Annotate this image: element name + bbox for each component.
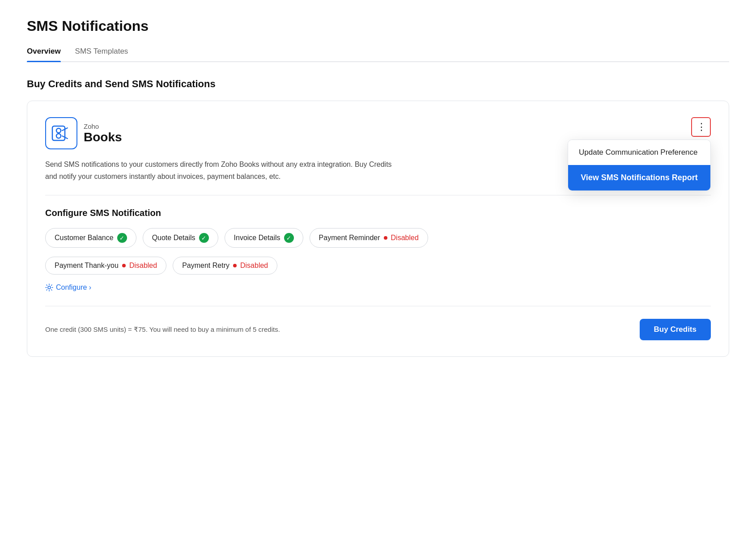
badge-customer-balance-label: Customer Balance [55, 234, 114, 242]
dropdown-menu: Update Communication Preference View SMS… [568, 140, 711, 191]
badge-invoice-details[interactable]: Invoice Details ✓ [225, 228, 303, 248]
page-title: SMS Notifications [27, 18, 729, 34]
badge-payment-reminder-dot [384, 236, 387, 240]
badge-payment-retry-status: Disabled [240, 262, 268, 270]
badge-customer-balance-check: ✓ [117, 233, 127, 243]
configure-link[interactable]: Configure › [45, 283, 711, 292]
zoho-logo: Zoho Books [45, 117, 122, 149]
dropdown-item-view-report[interactable]: View SMS Notifications Report [568, 165, 710, 190]
badge-quote-details-check: ✓ [199, 233, 209, 243]
tab-sms-templates[interactable]: SMS Templates [75, 47, 128, 61]
section-title: Buy Credits and Send SMS Notifications [27, 78, 729, 90]
divider-1 [45, 195, 711, 195]
badge-customer-balance[interactable]: Customer Balance ✓ [45, 228, 136, 248]
configure-section-title: Configure SMS Notification [45, 208, 711, 218]
tab-overview[interactable]: Overview [27, 47, 61, 61]
zoho-brand-label: Zoho [84, 123, 122, 130]
main-card: Zoho Books ⋮ Update Communication Prefer… [27, 101, 729, 357]
badge-payment-reminder[interactable]: Payment Reminder Disabled [310, 228, 428, 248]
card-description: Send SMS notifications to your customers… [45, 158, 403, 182]
card-header: Zoho Books ⋮ Update Communication Prefer… [45, 117, 711, 149]
three-dot-wrapper: ⋮ Update Communication Preference View S… [691, 117, 711, 137]
badge-payment-reminder-status: Disabled [391, 234, 419, 242]
three-dot-button[interactable]: ⋮ [691, 117, 711, 137]
badge-invoice-details-label: Invoice Details [234, 234, 280, 242]
badge-payment-thankyou[interactable]: Payment Thank-you Disabled [45, 257, 166, 275]
zoho-product-label: Books [84, 130, 122, 144]
badge-payment-retry-label: Payment Retry [182, 262, 229, 270]
three-dot-icon: ⋮ [697, 122, 706, 132]
badge-payment-reminder-label: Payment Reminder [319, 234, 380, 242]
zoho-logo-text: Zoho Books [84, 123, 122, 144]
bottom-bar: One credit (300 SMS units) = ₹75. You wi… [45, 306, 711, 340]
badge-payment-thankyou-dot [122, 264, 126, 267]
notification-badges-row2: Payment Thank-you Disabled Payment Retry… [45, 257, 711, 275]
svg-point-5 [48, 286, 51, 289]
configure-gear-icon [45, 283, 53, 292]
badge-payment-retry[interactable]: Payment Retry Disabled [173, 257, 277, 275]
svg-point-1 [56, 128, 61, 133]
badge-payment-thankyou-label: Payment Thank-you [55, 262, 119, 270]
badge-payment-retry-dot [233, 264, 237, 267]
credit-info: One credit (300 SMS units) = ₹75. You wi… [45, 326, 280, 334]
badge-payment-thankyou-status: Disabled [129, 262, 157, 270]
badge-quote-details[interactable]: Quote Details ✓ [143, 228, 218, 248]
tabs-container: Overview SMS Templates [27, 47, 729, 62]
badge-invoice-details-check: ✓ [284, 233, 294, 243]
configure-link-label: Configure › [56, 283, 91, 292]
zoho-books-icon [45, 117, 77, 149]
badge-quote-details-label: Quote Details [152, 234, 195, 242]
svg-point-2 [56, 134, 61, 138]
notification-badges: Customer Balance ✓ Quote Details ✓ Invoi… [45, 228, 711, 248]
dropdown-item-update-comm[interactable]: Update Communication Preference [568, 140, 710, 165]
buy-credits-button[interactable]: Buy Credits [640, 319, 711, 340]
